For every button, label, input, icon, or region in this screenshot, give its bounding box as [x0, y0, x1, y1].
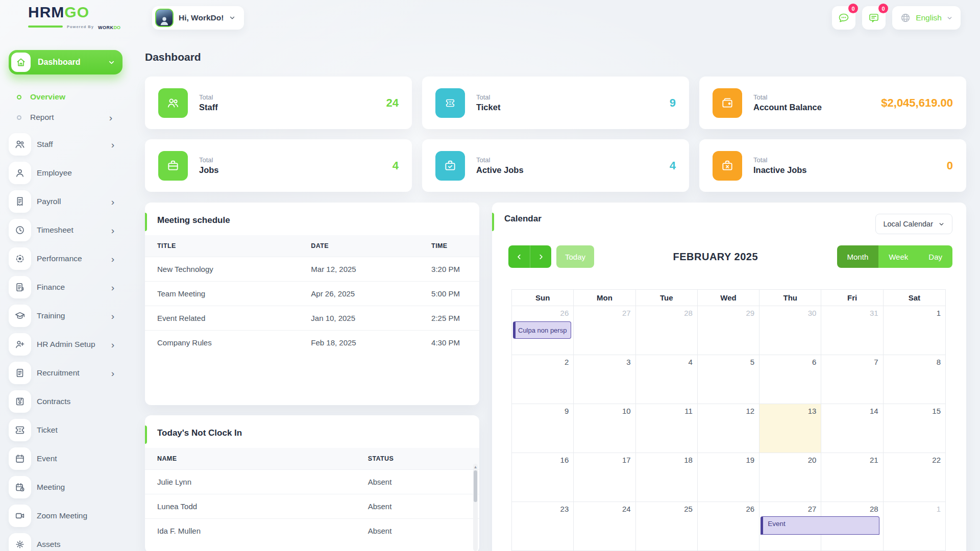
avatar [155, 9, 174, 27]
calendar-day-cell[interactable]: 5 [698, 355, 760, 404]
calendar-day-number: 22 [932, 456, 941, 464]
calendar-day-cell[interactable]: 25 [636, 502, 698, 550]
sidebar-item-ticket[interactable]: Ticket [9, 418, 138, 442]
sidebar-item-zoom-meeting[interactable]: Zoom Meeting [9, 504, 138, 528]
calendar-day-cell[interactable]: 12 [698, 404, 760, 453]
scrollbar-thumb[interactable] [474, 470, 477, 502]
chat-button[interactable]: 0 [832, 6, 855, 30]
sidebar-item-contracts[interactable]: Contracts [9, 390, 138, 413]
user-menu-button[interactable]: Hi, WorkDo! [152, 6, 244, 30]
sidebar-item-training[interactable]: Training› [9, 304, 138, 328]
sidebar-item-event[interactable]: Event [9, 447, 138, 470]
calendar-day-cell[interactable]: 2 [512, 355, 574, 404]
calendar-day-cell[interactable]: 10 [574, 404, 635, 453]
calendar-day-number: 4 [689, 358, 693, 366]
calendar-next-button[interactable] [530, 245, 551, 268]
calendar-day-cell[interactable]: 20 [760, 453, 821, 502]
calendar-day-cell[interactable]: 8 [884, 355, 945, 404]
calendar-day-number: 29 [746, 309, 754, 317]
stat-total-label: Total [753, 93, 822, 101]
calendar-day-cell[interactable]: 26 [698, 502, 760, 550]
sidebar-item-employee[interactable]: Employee [9, 161, 138, 185]
calendar-day-cell[interactable]: 26Culpa non persp [512, 306, 574, 355]
calendar-day-cell[interactable]: 19 [698, 453, 760, 502]
sidebar-item-payroll[interactable]: Payroll› [9, 190, 138, 213]
sidebar-item-timesheet[interactable]: Timesheet› [9, 218, 138, 242]
sidebar-item-overview[interactable]: Overview [0, 87, 138, 107]
column-header: STATUS [356, 448, 479, 470]
calendar-day-cell[interactable]: 21 [821, 453, 883, 502]
chevron-right-icon: › [111, 311, 114, 321]
calendar-day-cell[interactable]: 13 [760, 404, 821, 453]
stat-total-label: Total [753, 156, 807, 164]
calendar-day-cell[interactable]: 15 [884, 404, 945, 453]
sidebar-item-dashboard[interactable]: Dashboard [9, 50, 122, 74]
calendar-day-cell[interactable]: 16 [512, 453, 574, 502]
zoom-meeting-icon [14, 510, 26, 521]
calendar-day-cell[interactable]: 17 [574, 453, 635, 502]
calendar-day-cell[interactable]: 24 [574, 502, 635, 550]
calendar-day-number: 31 [870, 309, 878, 317]
calendar-event[interactable]: Culpa non persp [513, 321, 571, 339]
calendar-day-cell[interactable]: 22 [884, 453, 945, 502]
calendar-prev-button[interactable] [508, 245, 530, 268]
sidebar-item-meeting[interactable]: Meeting [9, 475, 138, 499]
icon-chip [9, 419, 31, 441]
table-cell: Mar 12, 2025 [299, 257, 419, 282]
calendar-day-cell[interactable]: 1 [884, 502, 945, 550]
sidebar-item-label: Training [37, 311, 65, 320]
calendar-view-day-button[interactable]: Day [918, 245, 952, 268]
calendar-day-cell[interactable]: 27 [574, 306, 635, 355]
notifications-button[interactable]: 0 [862, 6, 886, 30]
calendar-today-button[interactable]: Today [556, 245, 594, 268]
calendar-source-label: Local Calendar [883, 220, 933, 228]
calendar-day-cell[interactable]: 11 [636, 404, 698, 453]
calendar-day-cell[interactable]: 18 [636, 453, 698, 502]
calendar-day-number: 25 [684, 505, 693, 513]
table-scrollbar[interactable]: ▲ [473, 464, 478, 551]
calendar-day-cell[interactable]: 4 [636, 355, 698, 404]
sidebar-item-report[interactable]: Report› [0, 107, 138, 128]
icon-chip [9, 505, 31, 527]
sidebar-item-hr-admin-setup[interactable]: HR Admin Setup› [9, 333, 138, 356]
calendar-week-row: 16171819202122 [512, 453, 945, 502]
calendar-day-cell[interactable]: 14 [821, 404, 883, 453]
sidebar-item-label: Performance [37, 254, 82, 263]
sidebar-item-finance[interactable]: Finance› [9, 276, 138, 299]
calendar-day-cell[interactable]: 9 [512, 404, 574, 453]
calendar-day-cell[interactable]: 29 [698, 306, 760, 355]
calendar-day-cell[interactable]: 28 [636, 306, 698, 355]
main-content: Dashboard TotalStaff24TotalTicket9TotalA… [138, 36, 980, 551]
calendar-view-month-button[interactable]: Month [837, 245, 879, 268]
sidebar-item-performance[interactable]: Performance› [9, 247, 138, 270]
calendar-day-cell[interactable]: 1 [884, 306, 945, 355]
calendar-event[interactable]: Event [761, 516, 879, 535]
table-cell: Julie Lynn [145, 470, 356, 494]
calendar-day-number: 30 [808, 309, 817, 317]
calendar-source-select[interactable]: Local Calendar [875, 214, 952, 234]
calendar-day-cell[interactable]: 27Event [760, 502, 821, 550]
table-cell: Lunea Todd [145, 494, 356, 519]
language-selector[interactable]: English [892, 6, 961, 30]
icon-chip [9, 162, 31, 184]
calendar-day-cell[interactable]: 6 [760, 355, 821, 404]
calendar-day-cell[interactable]: 7 [821, 355, 883, 404]
logo-underline [28, 26, 63, 28]
sidebar-item-assets[interactable]: Assets [9, 533, 138, 551]
calendar-view-week-button[interactable]: Week [878, 245, 918, 268]
calendar-day-cell[interactable]: 31 [821, 306, 883, 355]
calendar-title: Calendar [504, 214, 542, 224]
calendar-day-cell[interactable]: 30 [760, 306, 821, 355]
table-row: Team MeetingApr 26, 20255:00 PM [145, 282, 479, 306]
logo-workdo-dark: WORK [98, 25, 114, 30]
sidebar-item-recruitment[interactable]: Recruitment› [9, 361, 138, 385]
sidebar-item-staff[interactable]: Staff› [9, 133, 138, 156]
calendar-day-number: 16 [560, 456, 569, 464]
calendar-day-header: Wed [698, 290, 760, 306]
calendar-day-number: 27 [808, 505, 817, 513]
finance-icon [14, 282, 26, 293]
logo-text-accent: GO [64, 4, 89, 20]
calendar-day-cell[interactable]: 23 [512, 502, 574, 550]
calendar-day-number: 12 [746, 407, 754, 415]
calendar-day-cell[interactable]: 3 [574, 355, 635, 404]
